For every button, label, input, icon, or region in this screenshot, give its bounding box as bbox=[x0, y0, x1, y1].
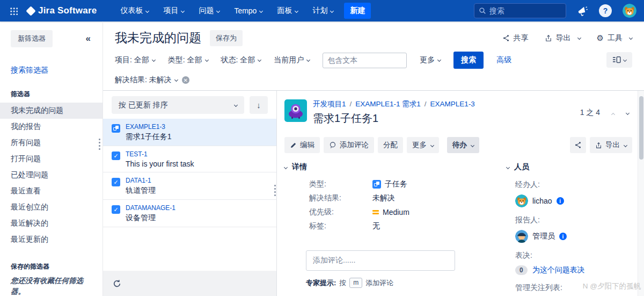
assign-button[interactable]: 分配 bbox=[378, 137, 403, 153]
assignee-user[interactable]: lichao i bbox=[515, 194, 632, 207]
share-button[interactable]: 共享 bbox=[502, 33, 529, 43]
nav-menu-boards[interactable]: 面板 bbox=[277, 6, 298, 16]
filter-type[interactable]: 类型: 全部 bbox=[168, 55, 208, 65]
votes-row: 0 为这个问题表决 bbox=[515, 265, 632, 275]
contains-text-input[interactable] bbox=[323, 53, 407, 68]
filter-current-user[interactable]: 当前用户 bbox=[274, 55, 310, 65]
filters-section-header: 筛选器 bbox=[11, 90, 103, 99]
chevron-down-icon bbox=[624, 143, 627, 147]
chevron-down-icon bbox=[629, 36, 633, 40]
votes-label: 表决: bbox=[515, 251, 632, 261]
refresh-icon[interactable] bbox=[113, 279, 121, 288]
save-as-button[interactable]: 保存为 bbox=[210, 30, 243, 46]
collapse-sidebar-icon[interactable]: « bbox=[86, 33, 91, 44]
issue-row[interactable]: EXAMPLE1-3需求1子任务1 bbox=[103, 119, 276, 146]
tools-button[interactable]: ⚙ 工具 bbox=[597, 33, 632, 43]
edit-button[interactable]: 编辑 bbox=[284, 137, 320, 153]
nav-menu-plans[interactable]: 计划 bbox=[312, 6, 333, 16]
reporter-name: 管理员 bbox=[532, 232, 555, 241]
info-icon[interactable]: i bbox=[557, 197, 564, 205]
more-button[interactable]: 更多 bbox=[407, 137, 439, 153]
page-title: 我未完成的问题 bbox=[115, 30, 201, 46]
navbar-search-input[interactable] bbox=[489, 6, 554, 15]
jira-logo-text: Jira Software bbox=[38, 5, 97, 16]
search-icon bbox=[479, 7, 486, 15]
issue-row[interactable]: ✓ DATAMANAGE-1设备管理 bbox=[103, 200, 276, 227]
task-type-icon: ✓ bbox=[112, 178, 120, 186]
vertical-scrollbar[interactable] bbox=[638, 91, 644, 296]
sidebar-item-my-open-issues[interactable]: 我未完成的问题 bbox=[0, 103, 103, 119]
sidebar-item-reported-by-me[interactable]: 我的报告 bbox=[0, 119, 103, 135]
jira-app-window: Jira Software 仪表板 项目 问题 Tempo 面板 计划 新建 ?… bbox=[0, 0, 644, 296]
navbar-search[interactable] bbox=[474, 3, 566, 18]
details-section: 详情 类型: 子任务 解决结果: 未解决 优先级: Medium 标签: 无 bbox=[284, 162, 504, 296]
nav-menu-tempo[interactable]: Tempo bbox=[234, 6, 262, 16]
next-issue-icon[interactable] bbox=[626, 109, 629, 117]
filter-status[interactable]: 状态: 全部 bbox=[221, 55, 261, 65]
vote-link[interactable]: 为这个问题表决 bbox=[532, 265, 585, 275]
announcement-icon[interactable] bbox=[577, 5, 588, 17]
main-content: 我未完成的问题 保存为 共享 导出 ⚙ 工具 bbox=[103, 21, 644, 296]
filter-project[interactable]: 项目: 全部 bbox=[115, 55, 155, 65]
votes-count-badge: 0 bbox=[515, 265, 528, 275]
field-type-label: 类型: bbox=[309, 179, 372, 189]
people-section-header[interactable]: 人员 bbox=[507, 162, 632, 172]
app-switcher-icon[interactable] bbox=[10, 7, 18, 15]
status-dropdown[interactable]: 待办 bbox=[447, 137, 479, 153]
share-icon bbox=[574, 141, 582, 149]
new-filter-button[interactable]: 新筛选器 bbox=[11, 30, 53, 47]
chevron-down-icon bbox=[234, 103, 238, 107]
reporter-user[interactable]: 管理员 i bbox=[515, 230, 632, 243]
advanced-link[interactable]: 高级 bbox=[496, 55, 511, 65]
chevron-down-icon bbox=[216, 9, 220, 12]
breadcrumb-project-link[interactable]: 开发项目1 bbox=[313, 100, 346, 108]
previous-issue-icon[interactable] bbox=[612, 109, 614, 117]
issue-row[interactable]: ✓ TEST-1This is your first task bbox=[103, 146, 276, 172]
sidebar-item-done-issues[interactable]: 已处理问题 bbox=[0, 167, 103, 183]
assignee-avatar bbox=[515, 194, 528, 207]
user-avatar[interactable] bbox=[623, 4, 636, 18]
details-section-header[interactable]: 详情 bbox=[284, 162, 504, 172]
reporter-label: 报告人: bbox=[515, 215, 632, 225]
list-resize-handle[interactable] bbox=[274, 185, 276, 196]
sidebar-resize-handle[interactable] bbox=[99, 139, 100, 150]
nav-menu-projects[interactable]: 项目 bbox=[163, 6, 184, 16]
sort-direction-button[interactable]: ↓ bbox=[250, 96, 268, 114]
sort-dropdown[interactable]: 按 已更新 排序 bbox=[112, 96, 244, 114]
scrollbar-thumb[interactable] bbox=[639, 96, 643, 160]
priority-medium-icon bbox=[372, 210, 379, 214]
add-comment-button[interactable]: 添加评论 bbox=[324, 137, 374, 153]
chevron-down-icon bbox=[152, 58, 156, 62]
export-issue-button[interactable]: 导出 bbox=[590, 137, 632, 153]
view-switcher-button[interactable] bbox=[606, 52, 632, 68]
task-type-icon: ✓ bbox=[112, 151, 120, 160]
sidebar-item-all-issues[interactable]: 所有问题 bbox=[0, 135, 103, 151]
add-comment-input[interactable]: 添加评论...... bbox=[306, 250, 455, 271]
sidebar-item-created-recently[interactable]: 最近创立的 bbox=[0, 199, 103, 215]
jira-logo[interactable]: Jira Software bbox=[27, 5, 97, 16]
pro-tip: 专家提示: 按 m 添加评论 bbox=[306, 278, 504, 288]
sidebar-item-resolved-recently[interactable]: 最近解决的 bbox=[0, 215, 103, 232]
chevron-down-icon bbox=[205, 58, 209, 62]
filter-more[interactable]: 更多 bbox=[420, 55, 441, 65]
create-button[interactable]: 新建 bbox=[344, 3, 371, 19]
remove-filter-icon[interactable]: ✕ bbox=[182, 76, 189, 84]
share-issue-button[interactable] bbox=[570, 137, 586, 153]
search-filters-link[interactable]: 搜索筛选器 bbox=[11, 66, 103, 75]
nav-menu-dashboards[interactable]: 仪表板 bbox=[120, 6, 149, 16]
sidebar-item-updated-recently[interactable]: 最近更新的 bbox=[0, 232, 103, 248]
sidebar-item-open-issues[interactable]: 打开问题 bbox=[0, 151, 103, 167]
issue-row[interactable]: ✓ DATA1-1轨道管理 bbox=[103, 172, 276, 200]
project-avatar-icon bbox=[284, 99, 307, 122]
filter-resolution[interactable]: 解决结果: 未解决 bbox=[115, 75, 178, 85]
sidebar-item-viewed-recently[interactable]: 最近查看 bbox=[0, 183, 103, 199]
export-button[interactable]: 导出 bbox=[545, 33, 581, 43]
info-icon[interactable]: i bbox=[559, 233, 567, 240]
breadcrumb-parent-link[interactable]: EXAMPLE1-1 需求1 bbox=[355, 100, 421, 108]
watchers-label: 管理关注列表: bbox=[515, 283, 632, 293]
search-button[interactable]: 搜索 bbox=[453, 52, 484, 69]
nav-menu-issues[interactable]: 问题 bbox=[199, 6, 219, 16]
issue-list-panel: 按 已更新 排序 ↓ EXAMPLE1-3需求1子任务1 ✓ TEST-1Thi… bbox=[103, 91, 277, 296]
help-icon[interactable]: ? bbox=[599, 4, 612, 17]
breadcrumb-issue-link[interactable]: EXAMPLE1-3 bbox=[430, 100, 475, 108]
